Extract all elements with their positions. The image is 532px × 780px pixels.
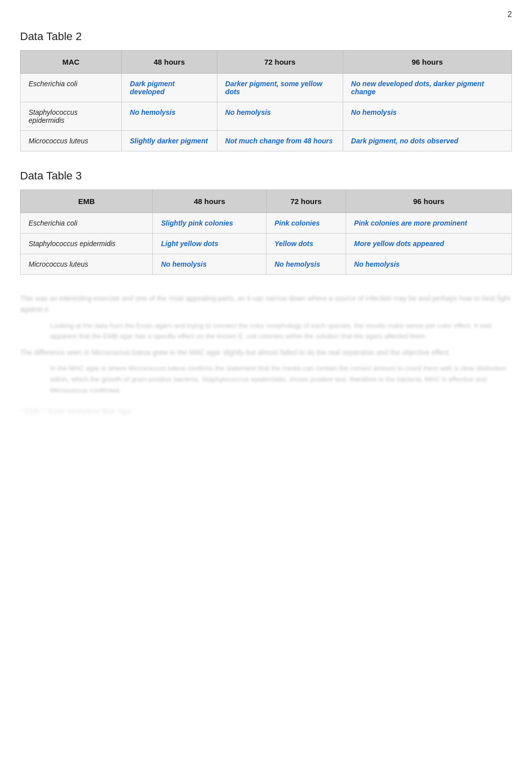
species-staph-t2: Staphylococcus epidermidis bbox=[21, 102, 122, 131]
staph-t2-96h: No hemolysis bbox=[343, 102, 511, 131]
blurred-sub2: In the MAC agar is where Micrococcus lut… bbox=[50, 363, 512, 396]
staph-t2-72h: No hemolysis bbox=[217, 102, 343, 131]
blurred-indent1: Looking at the data from the Eosin agars… bbox=[50, 320, 512, 342]
data-table-3: EMB 48 hours 72 hours 96 hours Escherich… bbox=[20, 189, 512, 275]
micro-t3-72h: No hemolysis bbox=[267, 254, 346, 275]
ecoli-t3-72h: Pink colonies bbox=[267, 213, 346, 234]
table2-title: Data Table 2 bbox=[20, 30, 512, 43]
table3-header-96h: 96 hours bbox=[346, 190, 511, 213]
table-row: Micrococcus luteus Slightly darker pigme… bbox=[21, 131, 512, 151]
table2-header-72h: 72 hours bbox=[217, 51, 343, 74]
ecoli-t3-48h: Slightly pink colonies bbox=[153, 213, 267, 234]
micro-t3-96h: No hemolysis bbox=[346, 254, 511, 275]
ecoli-t2-96h: No new developed dots, darker pigment ch… bbox=[343, 74, 511, 102]
table3-title: Data Table 3 bbox=[20, 169, 512, 182]
blurred-sub1: Looking at the data from the Eosin agars… bbox=[50, 320, 512, 342]
ecoli-t2-72h: Darker pigment, some yellow dots bbox=[217, 74, 343, 102]
micro-t2-72h: Not much change from 48 hours bbox=[217, 131, 343, 151]
table2-header-48h: 48 hours bbox=[122, 51, 217, 74]
table2-header-mac: MAC bbox=[21, 51, 122, 74]
table3-header-72h: 72 hours bbox=[267, 190, 346, 213]
page-number: 2 bbox=[507, 10, 512, 19]
blurred-para1: This was an interesting exercise and one… bbox=[20, 293, 512, 315]
staph-t3-96h: More yellow dots appeared bbox=[346, 234, 511, 254]
staph-t3-72h: Yellow dots bbox=[267, 234, 346, 254]
ecoli-t3-96h: Pink colonies are more prominent bbox=[346, 213, 511, 234]
species-micro-t3: Micrococcus luteus bbox=[21, 254, 153, 275]
blurred-content: This was an interesting exercise and one… bbox=[20, 293, 512, 417]
table3-header-emb: EMB bbox=[21, 190, 153, 213]
table-row: Micrococcus luteus No hemolysis No hemol… bbox=[21, 254, 512, 275]
species-staph-t3: Staphylococcus epidermidis bbox=[21, 234, 153, 254]
table3-header-48h: 48 hours bbox=[153, 190, 267, 213]
micro-t2-48h: Slightly darker pigment bbox=[122, 131, 217, 151]
ecoli-t2-48h: Dark pigment developed bbox=[122, 74, 217, 102]
staph-t3-48h: Light yellow dots bbox=[153, 234, 267, 254]
table-row: Escherichia coli Dark pigment developed … bbox=[21, 74, 512, 102]
data-table-2: MAC 48 hours 72 hours 96 hours Escherich… bbox=[20, 50, 512, 151]
table-row: Escherichia coli Slightly pink colonies … bbox=[21, 213, 512, 234]
species-micro-t2: Micrococcus luteus bbox=[21, 131, 122, 151]
table-row: Staphylococcus epidermidis Light yellow … bbox=[21, 234, 512, 254]
table-row: Staphylococcus epidermidis No hemolysis … bbox=[21, 102, 512, 131]
species-ecoli-t3: Escherichia coli bbox=[21, 213, 153, 234]
species-ecoli-t2: Escherichia coli bbox=[21, 74, 122, 102]
blurred-footnote: * EMB = Eosin Methylene Blue Agar bbox=[20, 406, 512, 417]
micro-t3-48h: No hemolysis bbox=[153, 254, 267, 275]
blurred-indent2: In the MAC agar is where Micrococcus lut… bbox=[50, 363, 512, 396]
micro-t2-96h: Dark pigment, no dots observed bbox=[343, 131, 511, 151]
table2-header-96h: 96 hours bbox=[343, 51, 511, 74]
blurred-para2: The difference seen in Micrococcus luteu… bbox=[20, 347, 512, 358]
staph-t2-48h: No hemolysis bbox=[122, 102, 217, 131]
